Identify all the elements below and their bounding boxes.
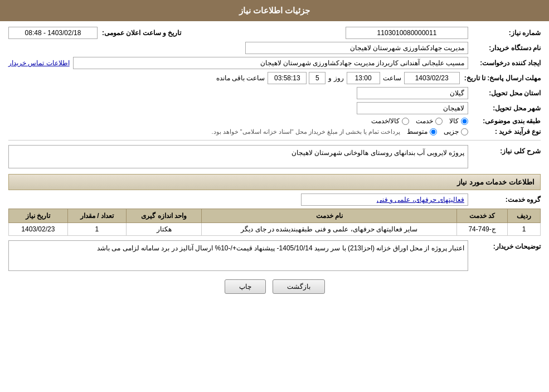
page-title: جزئیات اطلاعات نیاز	[239, 6, 310, 15]
col-kod: کد خدمت	[457, 209, 508, 223]
shahr-value: لاهیجان	[357, 102, 468, 114]
service-table-body: 1 ج-749-74 سایر فعالیتهای حرفهای، علمی و…	[9, 223, 541, 236]
tozihat-label: توضیحات خریدار:	[468, 240, 541, 250]
radio-khedmat: خدمت	[416, 117, 443, 125]
tozihat-value: اعتبار پروژه از محل اوراق خزانه (احزا213…	[8, 240, 468, 271]
radio-kala: کالا	[449, 117, 468, 125]
cell-tedad: 1	[67, 223, 127, 236]
mohlat-roz: 5	[309, 72, 325, 84]
cell-tarikh: 1403/02/23	[9, 223, 68, 236]
radio-kala-khedmat-input[interactable]	[402, 118, 409, 125]
shomare-niaz-label: شماره نیاز:	[468, 29, 541, 37]
cell-vahed: هکتار	[127, 223, 202, 236]
row-shahr: شهر محل تحویل: لاهیجان	[8, 102, 541, 114]
sharh-value: پروژه لایروبی آب بندانهای روستای هالوخان…	[8, 145, 468, 168]
shomare-niaz-value: 1103010080000011	[346, 27, 468, 39]
page-container: جزئیات اطلاعات نیاز شماره نیاز: 11030100…	[0, 0, 549, 392]
radio-jozi-input[interactable]	[461, 128, 468, 135]
row-noe: نوع فرآیند خرید : جزیی متوسط پرداخت تمام…	[8, 128, 541, 135]
ostan-label: استان محل تحویل:	[468, 89, 541, 97]
row-tozihat: توضیحات خریدار: اعتبار پروژه از محل اورا…	[8, 240, 541, 271]
mohlat-saat: 13:00	[347, 72, 380, 84]
button-row: بازگشت چاپ	[8, 279, 541, 294]
tarikh-value: 1403/02/18 - 08:48	[8, 27, 98, 39]
noe-label: نوع فرآیند خرید :	[468, 128, 541, 135]
radio-motavasset-label: متوسط	[407, 128, 427, 135]
radio-jozi: جزیی	[444, 128, 468, 135]
radio-motavasset-input[interactable]	[430, 128, 437, 135]
radio-khedmat-input[interactable]	[435, 118, 443, 125]
grouh-label: گروه خدمت:	[468, 196, 541, 204]
nam-dastgah-label: نام دستگاه خریدار:	[468, 44, 541, 52]
row-dastgah: نام دستگاه خریدار: مدیریت جهادکشاورزی شه…	[8, 42, 541, 54]
cell-name: سایر فعالیتهای حرفهای، علمی و فنی طبقهبن…	[202, 223, 457, 236]
ettelaat-link[interactable]: اطلاعات تماس خریدار	[8, 59, 70, 67]
mohlat-label: مهلت ارسال پاسخ: تا تاریخ:	[460, 74, 541, 82]
row-sharh: شرح کلی نیاز: پروژه لایروبی آب بندانهای …	[8, 145, 541, 168]
radio-jozi-label: جزیی	[444, 128, 459, 135]
col-radif: ردیف	[508, 209, 541, 223]
col-vahed: واحد اندازه گیری	[127, 209, 202, 223]
cell-radif: 1	[508, 223, 541, 236]
row-grouh: گروه خدمت: فعالیتهای حرفهای، علمی و فنی	[8, 193, 541, 206]
tarikh-label: تاریخ و ساعت اعلان عمومی:	[98, 29, 181, 37]
row-mohlat: مهلت ارسال پاسخ: تا تاریخ: 1403/02/23 سا…	[8, 72, 541, 84]
ijad-value: مسیب علیجانی آهندانی کاربرداز مدیریت جها…	[73, 57, 468, 69]
noe-note: پرداخت تمام یا بخشی از مبلغ خریداز محل "…	[211, 128, 400, 135]
service-table-head: ردیف کد خدمت نام خدمت واحد اندازه گیری ت…	[9, 209, 541, 223]
page-header: جزئیات اطلاعات نیاز	[0, 0, 549, 21]
tabaqe-label: طبقه بندی موضوعی:	[468, 117, 541, 125]
sharh-label: شرح کلی نیاز:	[468, 145, 541, 155]
saat-label: ساعت	[380, 74, 404, 82]
ostan-value: گیلان	[357, 87, 468, 99]
table-row: 1 ج-749-74 سایر فعالیتهای حرفهای، علمی و…	[9, 223, 541, 236]
row-shomare: شماره نیاز: 1103010080000011 تاریخ و ساع…	[8, 27, 541, 39]
mande-label: ساعت باقی مانده	[213, 74, 268, 82]
tabaqe-options: کالا خدمت کالا/خدمت	[371, 117, 468, 125]
col-tarikh: تاریخ نیاز	[9, 209, 68, 223]
radio-kala-label: کالا	[449, 117, 459, 125]
row-ostan: استان محل تحویل: گیلان	[8, 87, 541, 99]
khadamat-header: اطلاعات خدمات مورد نیاز	[8, 174, 541, 190]
col-tedad: تعداد / مقدار	[67, 209, 127, 223]
mohlat-time: 03:58:13	[268, 72, 307, 84]
radio-kala-input[interactable]	[461, 118, 468, 125]
nam-dastgah-value: مدیریت جهادکشاورزی شهرستان لاهیجان	[245, 42, 468, 54]
row-ijad: ایجاد کننده درخواست: مسیب علیجانی آهندان…	[8, 57, 541, 69]
radio-motavasset: متوسط	[407, 128, 437, 135]
radio-khedmat-label: خدمت	[416, 117, 433, 125]
noe-options: جزیی متوسط پرداخت تمام یا بخشی از مبلغ خ…	[211, 128, 468, 135]
shahr-label: شهر محل تحویل:	[468, 104, 541, 112]
radio-kala-khedmat: کالا/خدمت	[371, 117, 409, 125]
chap-button[interactable]: چاپ	[225, 279, 266, 294]
row-tabaqe: طبقه بندی موضوعی: کالا خدمت کالا/خدمت	[8, 117, 541, 125]
cell-kod: ج-749-74	[457, 223, 508, 236]
mohlat-date: 1403/02/23	[404, 72, 460, 84]
service-table-header-row: ردیف کد خدمت نام خدمت واحد اندازه گیری ت…	[9, 209, 541, 223]
service-table: ردیف کد خدمت نام خدمت واحد اندازه گیری ت…	[8, 209, 541, 236]
ijad-label: ایجاد کننده درخواست:	[468, 59, 541, 67]
roz-label: روز و	[325, 74, 346, 82]
col-name: نام خدمت	[202, 209, 457, 223]
bazgasht-button[interactable]: بازگشت	[273, 279, 325, 294]
divider1	[8, 140, 541, 141]
grouh-value[interactable]: فعالیتهای حرفهای، علمی و فنی	[301, 193, 468, 206]
radio-kala-khedmat-label: کالا/خدمت	[371, 117, 400, 125]
content-area: شماره نیاز: 1103010080000011 تاریخ و ساع…	[0, 21, 549, 305]
